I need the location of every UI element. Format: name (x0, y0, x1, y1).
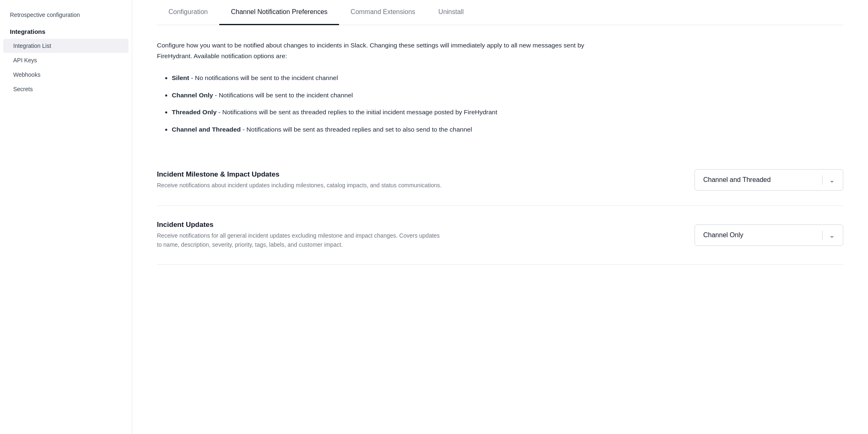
setting-row-milestone-impact: Incident Milestone & Impact Updates Rece… (157, 154, 843, 206)
setting-info-milestone-impact: Incident Milestone & Impact Updates Rece… (157, 170, 446, 190)
setting-desc-milestone-impact: Receive notifications about incident upd… (157, 181, 446, 190)
notification-options-list: Silent - No notifications will be sent t… (157, 73, 843, 134)
sidebar-retro-config[interactable]: Retrospective configuration (0, 8, 132, 21)
dropdown-incident-updates[interactable]: Channel Only ⌄ (695, 224, 843, 246)
tab-channel-notification-preferences[interactable]: Channel Notification Preferences (219, 0, 339, 25)
option-silent-term: Silent (172, 74, 189, 81)
setting-row-incident-updates: Incident Updates Receive notifications f… (157, 206, 843, 264)
list-item-silent: Silent - No notifications will be sent t… (172, 73, 605, 83)
option-channel-and-threaded-detail: - Notifications will be sent as threaded… (241, 126, 472, 133)
dropdown-divider (822, 175, 823, 184)
sidebar: Retrospective configuration Integrations… (0, 0, 132, 434)
option-threaded-only-term: Threaded Only (172, 108, 217, 116)
main-content: Configuration Channel Notification Prefe… (132, 0, 868, 434)
tab-uninstall[interactable]: Uninstall (427, 0, 475, 25)
chevron-down-icon: ⌄ (829, 176, 835, 184)
sidebar-item-api-keys[interactable]: API Keys (3, 53, 128, 67)
setting-desc-incident-updates: Receive notifications for all general in… (157, 231, 446, 249)
list-item-channel-and-threaded: Channel and Threaded - Notifications wil… (172, 124, 605, 135)
tab-bar: Configuration Channel Notification Prefe… (157, 0, 843, 25)
setting-title-milestone-impact: Incident Milestone & Impact Updates (157, 170, 446, 179)
setting-title-incident-updates: Incident Updates (157, 221, 446, 229)
option-channel-only-term: Channel Only (172, 92, 213, 99)
sidebar-item-webhooks[interactable]: Webhooks (3, 68, 128, 82)
dropdown-milestone-impact[interactable]: Channel and Threaded ⌄ (695, 169, 843, 191)
dropdown-milestone-impact-value: Channel and Threaded (703, 176, 816, 184)
sidebar-item-secrets[interactable]: Secrets (3, 82, 128, 96)
page-description: Configure how you want to be notified ab… (157, 40, 611, 61)
tab-command-extensions[interactable]: Command Extensions (339, 0, 427, 25)
option-threaded-only-detail: - Notifications will be sent as threaded… (217, 108, 498, 116)
option-channel-and-threaded-term: Channel and Threaded (172, 126, 241, 133)
sidebar-integrations-title: Integrations (0, 21, 132, 38)
list-item-threaded-only: Threaded Only - Notifications will be se… (172, 107, 605, 118)
dropdown-divider-2 (822, 231, 823, 240)
tab-configuration[interactable]: Configuration (157, 0, 219, 25)
list-item-channel-only: Channel Only - Notifications will be sen… (172, 90, 605, 101)
setting-info-incident-updates: Incident Updates Receive notifications f… (157, 221, 446, 249)
dropdown-incident-updates-value: Channel Only (703, 231, 816, 239)
chevron-down-icon-2: ⌄ (829, 231, 835, 239)
sidebar-item-integration-list[interactable]: Integration List (3, 39, 128, 53)
option-silent-detail: - No notifications will be sent to the i… (189, 74, 338, 81)
option-channel-only-detail: - Notifications will be sent to the inci… (213, 92, 353, 99)
